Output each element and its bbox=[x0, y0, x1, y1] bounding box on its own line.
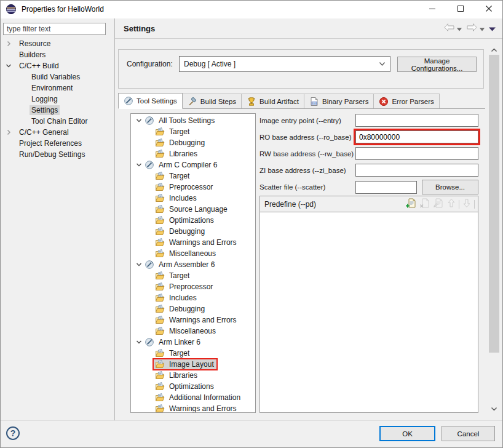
page-header: Settings bbox=[115, 18, 503, 39]
tool-tree-item-warnings-and-errors[interactable]: Warnings and Errors bbox=[131, 403, 255, 413]
view-menu-icon bbox=[489, 24, 496, 33]
tool-tree-item-label: Includes bbox=[168, 293, 198, 303]
ro-base-address-input[interactable] bbox=[355, 130, 478, 143]
tool-tree-item-optimizations[interactable]: Optimizations bbox=[131, 381, 255, 392]
sidebar-item-tool-chain-editor[interactable]: Tool Chain Editor bbox=[0, 116, 114, 127]
close-button[interactable] bbox=[475, 0, 503, 18]
tool-tree-item-preprocessor[interactable]: Preprocessor bbox=[131, 281, 255, 292]
scroll-up-button[interactable] bbox=[489, 44, 499, 55]
manage-configurations-button[interactable]: Manage Configurations... bbox=[397, 57, 477, 72]
tool-tree-item-target[interactable]: Target bbox=[131, 270, 255, 281]
predefine-list[interactable] bbox=[260, 212, 478, 412]
settings-folder-icon bbox=[155, 215, 165, 225]
tab-binary-parsers[interactable]: 010Binary Parsers bbox=[304, 94, 374, 108]
tab-tool-settings[interactable]: Tool Settings bbox=[118, 93, 183, 109]
chevron-right-icon[interactable] bbox=[5, 129, 15, 136]
cancel-button[interactable]: Cancel bbox=[442, 426, 495, 441]
tool-tree-item-target[interactable]: Target bbox=[131, 170, 255, 182]
chevron-down-icon[interactable] bbox=[135, 338, 143, 346]
filter-input[interactable] bbox=[3, 23, 106, 35]
window-title: Properties for HelloWorld bbox=[22, 5, 104, 14]
browse-button[interactable]: Browse... bbox=[422, 180, 478, 194]
chevron-down-icon[interactable] bbox=[135, 161, 143, 169]
chevron-down-icon[interactable] bbox=[5, 62, 15, 70]
forward-button[interactable] bbox=[466, 23, 485, 34]
configuration-dropdown[interactable]: Debug [ Active ] bbox=[179, 56, 390, 72]
tool-tree-item-debugging[interactable]: Debugging bbox=[131, 303, 255, 314]
sidebar-item-build-variables[interactable]: Build Variables bbox=[0, 71, 114, 82]
vertical-scrollbar[interactable] bbox=[489, 44, 499, 414]
scrollbar-thumb[interactable] bbox=[489, 55, 499, 353]
page-title: Settings bbox=[124, 24, 155, 33]
sidebar-item-environment[interactable]: Environment bbox=[0, 82, 114, 94]
sidebar-item-label: Logging bbox=[30, 94, 60, 104]
back-button[interactable] bbox=[443, 23, 462, 34]
ok-button[interactable]: OK bbox=[379, 426, 435, 441]
image-entry-point-input[interactable] bbox=[355, 114, 478, 127]
zi-base-address-input[interactable] bbox=[355, 164, 478, 177]
tool-tree-item-label: Debugging bbox=[168, 138, 206, 148]
tool-tree-item-optimizations[interactable]: Optimizations bbox=[131, 215, 255, 226]
sidebar-item-label: Project References bbox=[17, 138, 84, 148]
rw-base-address-input[interactable] bbox=[355, 147, 478, 160]
tool-tree-item-debugging[interactable]: Debugging bbox=[131, 137, 255, 148]
configuration-value: Debug [ Active ] bbox=[184, 60, 379, 68]
add-item-button[interactable] bbox=[404, 198, 418, 210]
tool-tree-item-additional-information[interactable]: Additional Information bbox=[131, 392, 255, 403]
tool-tree-item-target[interactable]: Target bbox=[131, 348, 255, 359]
scroll-up-icon bbox=[491, 45, 497, 54]
tool-tree-item-label: Warnings and Errors bbox=[168, 315, 238, 325]
tool-tree-item-preprocessor[interactable]: Preprocessor bbox=[131, 182, 255, 193]
tool-tree-item-arm-c-compiler-6[interactable]: Arm C Compiler 6 bbox=[131, 159, 255, 170]
sidebar-item-settings[interactable]: Settings bbox=[0, 105, 114, 116]
sidebar-item-label: Resource bbox=[17, 39, 52, 49]
scroll-down-button[interactable] bbox=[489, 403, 499, 414]
sidebar-item-c-c-build[interactable]: C/C++ Build bbox=[0, 60, 114, 71]
tool-tree-item-miscellaneous[interactable]: Miscellaneous bbox=[131, 326, 255, 337]
sidebar-item-project-references[interactable]: Project References bbox=[0, 138, 114, 149]
scatter-file-row: Scatter file (--scatter)Browse... bbox=[259, 180, 478, 194]
tab-error-parsers[interactable]: Error Parsers bbox=[373, 94, 439, 108]
view-menu-button[interactable] bbox=[489, 24, 496, 33]
tool-tree-item-warnings-and-errors[interactable]: Warnings and Errors bbox=[131, 237, 255, 248]
tool-tree-item-libraries[interactable]: Libraries bbox=[131, 370, 255, 381]
tab-label: Error Parsers bbox=[392, 98, 434, 105]
sidebar-item-resource[interactable]: Resource bbox=[0, 38, 114, 49]
tool-tree-item-libraries[interactable]: Libraries bbox=[131, 148, 255, 159]
chevron-down-icon[interactable] bbox=[135, 117, 143, 124]
tool-category-icon bbox=[145, 116, 154, 126]
tool-tree-item-debugging[interactable]: Debugging bbox=[131, 226, 255, 237]
move-down-button bbox=[460, 198, 473, 210]
tool-tree-item-image-layout[interactable]: Image Layout bbox=[131, 359, 255, 370]
tool-tree-item-arm-linker-6[interactable]: Arm Linker 6 bbox=[131, 337, 255, 348]
configuration-label: Configuration: bbox=[127, 60, 179, 68]
scatter-file-input[interactable] bbox=[355, 181, 417, 194]
tool-tree-item-warnings-and-errors[interactable]: Warnings and Errors bbox=[131, 314, 255, 326]
tab-build-artifact[interactable]: Build Artifact bbox=[241, 94, 304, 108]
tool-tree-item-label: Miscellaneous bbox=[168, 249, 217, 258]
chevron-right-icon[interactable] bbox=[5, 40, 15, 47]
chevron-down-icon[interactable] bbox=[135, 261, 143, 268]
maximize-button[interactable] bbox=[446, 0, 475, 18]
tool-tree-item-all-tools-settings[interactable]: All Tools Settings bbox=[131, 115, 255, 126]
sidebar-item-builders[interactable]: Builders bbox=[0, 49, 114, 60]
tab-label: Build Steps bbox=[200, 98, 236, 105]
tool-tree-item-arm-assembler-6[interactable]: Arm Assembler 6 bbox=[131, 259, 255, 270]
help-button[interactable]: ? bbox=[6, 426, 20, 440]
minimize-button[interactable] bbox=[418, 0, 446, 18]
tab-bar: Tool SettingsBuild StepsBuild Artifact01… bbox=[118, 93, 485, 109]
scatter-file-label: Scatter file (--scatter) bbox=[259, 183, 355, 191]
sidebar-item-c-c-general[interactable]: C/C++ General bbox=[0, 127, 114, 138]
settings-folder-icon bbox=[155, 282, 165, 292]
sidebar-item-label: Run/Debug Settings bbox=[17, 150, 87, 159]
properties-nav-tree: ResourceBuildersC/C++ BuildBuild Variabl… bbox=[0, 38, 114, 160]
tool-tree-item-miscellaneous[interactable]: Miscellaneous bbox=[131, 248, 255, 259]
sidebar-item-logging[interactable]: Logging bbox=[0, 94, 114, 105]
tab-build-steps[interactable]: Build Steps bbox=[182, 94, 242, 108]
tool-tree-item-target[interactable]: Target bbox=[131, 126, 255, 137]
sidebar-item-run-debug-settings[interactable]: Run/Debug Settings bbox=[0, 149, 114, 160]
tool-tree-item-includes[interactable]: Includes bbox=[131, 193, 255, 204]
tool-tree-item-includes[interactable]: Includes bbox=[131, 292, 255, 303]
tool-tree-item-source-language[interactable]: Source Language bbox=[131, 204, 255, 215]
delete-item-button bbox=[418, 198, 431, 210]
